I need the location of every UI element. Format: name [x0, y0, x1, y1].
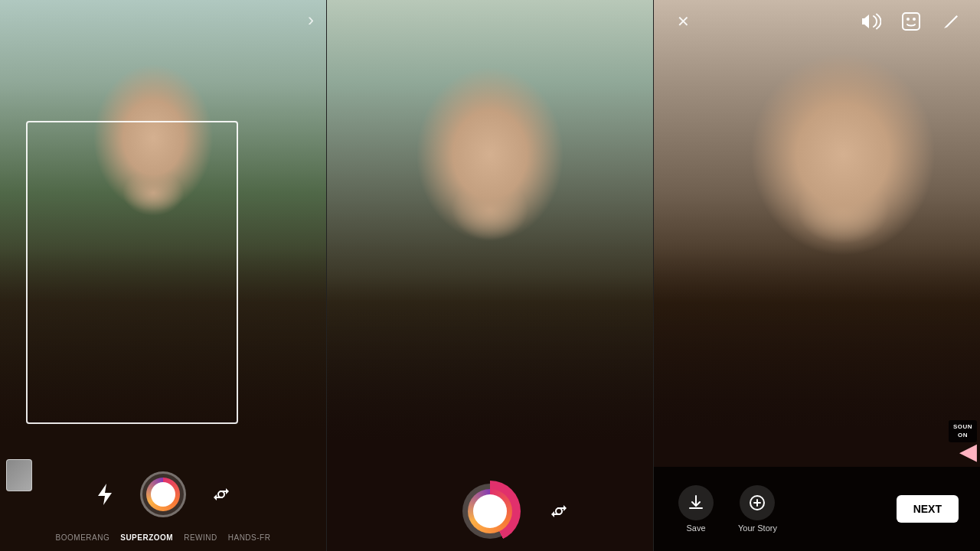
svg-point-4	[913, 18, 916, 21]
flash-icon[interactable]	[91, 481, 119, 508]
mode-handsfree[interactable]: HANDS-FR	[228, 533, 271, 542]
panel-recording	[326, 0, 653, 551]
save-label: Save	[686, 523, 705, 533]
svg-point-3	[906, 18, 910, 21]
cursor-icon: ▶	[959, 442, 977, 461]
sticker-button[interactable]	[897, 8, 925, 35]
recording-button[interactable]	[459, 481, 521, 542]
svg-rect-2	[903, 13, 920, 30]
your-story-label: Your Story	[738, 523, 777, 533]
bottom-controls-1: BOOMERANG SUPERZOOM REWIND HANDS-FR	[0, 467, 326, 551]
share-bar: Save Your Story NEXT	[654, 467, 980, 551]
sound-button[interactable]	[858, 8, 885, 35]
next-arrow[interactable]: ›	[308, 9, 314, 31]
panel-share: ✕	[653, 0, 980, 551]
share-buttons-row: Save Your Story NEXT	[663, 485, 971, 533]
flip-camera-icon[interactable]	[207, 481, 235, 508]
save-button[interactable]: Save	[678, 485, 714, 533]
save-icon-circle	[678, 485, 714, 520]
sound-on-badge: SOUNON ▶	[949, 420, 977, 461]
focus-rectangle	[26, 121, 238, 424]
mode-rewind[interactable]: REWIND	[184, 533, 217, 542]
shutter-button[interactable]	[140, 471, 186, 517]
close-button[interactable]: ✕	[669, 8, 697, 35]
next-button[interactable]: NEXT	[897, 495, 959, 523]
your-story-button[interactable]: Your Story	[738, 485, 777, 533]
flip-camera-icon-2[interactable]	[545, 497, 573, 525]
svg-point-1	[556, 508, 562, 514]
svg-point-0	[218, 491, 224, 497]
panel-superzoom: ›	[0, 0, 326, 551]
mode-boomerang[interactable]: BOOMERANG	[56, 533, 110, 542]
your-story-icon-circle	[740, 485, 775, 520]
mode-superzoom[interactable]: SUPERZOOM	[120, 533, 173, 542]
top-bar: ✕	[654, 0, 980, 43]
draw-button[interactable]	[937, 8, 965, 35]
